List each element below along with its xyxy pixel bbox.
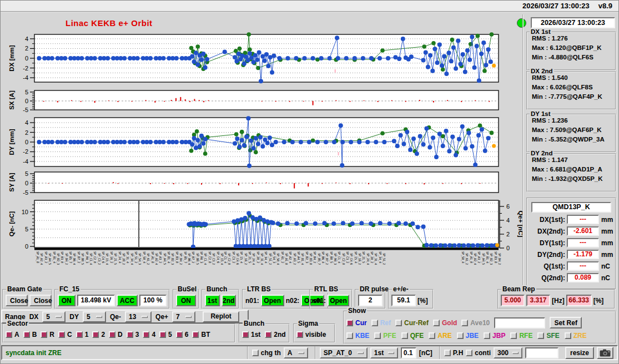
sector-checkbox-3[interactable]: 3 <box>127 331 139 338</box>
svg-text:SP_B6_4: SP_B6_4 <box>187 253 191 265</box>
bunch-2nd-checkbox[interactable]: 2nd <box>265 331 285 338</box>
chg-th-checkbox[interactable]: chg th <box>252 349 281 357</box>
svg-text:SP_B4_2: SP_B4_2 <box>179 253 183 265</box>
show-ref-checkbox[interactable]: Ref <box>371 319 391 327</box>
svg-text:SP_C3_2: SP_C3_2 <box>232 251 235 263</box>
beam-gate-close-button-2[interactable]: Close <box>29 295 52 306</box>
sector-checkbox-5[interactable]: 5 <box>159 331 172 338</box>
show-ave10-checkbox[interactable]: Ave10 <box>461 319 490 327</box>
show-jbe-checkbox[interactable]: JBE <box>457 332 479 340</box>
threshold-input[interactable] <box>401 347 416 358</box>
min-line: Min : -1.932@QXD5P_K <box>527 175 615 183</box>
svg-text:SP_B2_3: SP_B2_3 <box>170 253 174 265</box>
bunch-select-group: Bunch 1st 2nd <box>239 323 290 343</box>
bunch-2nd-button[interactable]: 2nd <box>222 295 236 306</box>
dropdown-indicator-icon <box>142 316 148 318</box>
bunch-1st-button[interactable]: 1st <box>205 295 220 306</box>
fc15-acc-button[interactable]: ACC <box>117 295 137 306</box>
svg-text:SP_B5_7: SP_B5_7 <box>183 251 187 263</box>
sector-checkbox-b[interactable]: B <box>23 331 37 338</box>
mode-dropdown[interactable]: A <box>284 347 308 358</box>
show-sfe-checkbox[interactable]: SFE <box>537 332 559 340</box>
svg-text:SP_61_2: SP_61_2 <box>465 253 469 265</box>
sector-checkbox-c[interactable]: C <box>58 331 72 338</box>
sector-checkbox-r[interactable]: R <box>41 331 54 338</box>
monitor-row: DY(1st): --- mm <box>527 238 615 247</box>
svg-text:-2: -2 <box>23 148 28 155</box>
show-qfe-checkbox[interactable]: QFE <box>401 332 424 340</box>
checkbox-icon <box>143 331 149 338</box>
resize-button[interactable]: resize <box>565 347 594 359</box>
eratio-unit: [%] <box>417 297 428 305</box>
sp-dropdown[interactable]: SP_AT_0 <box>320 347 368 358</box>
fc15-group: FC_15 ON 18.498 kV ACC 100 % <box>54 289 170 309</box>
checkbox-icon <box>510 332 517 339</box>
show-cur-checkbox[interactable]: Cur <box>346 319 367 327</box>
show-rfe-checkbox[interactable]: RFE <box>510 332 532 340</box>
rms-line: RMS : 1.276 <box>527 34 615 42</box>
beam-rep-field-3: 66.333 <box>566 295 592 306</box>
svg-text:SP_C4_6: SP_C4_6 <box>216 251 220 263</box>
show-pfe-checkbox[interactable]: PFE <box>374 332 396 340</box>
svg-text:SP_61_2: SP_61_2 <box>146 253 150 265</box>
checkbox-icon <box>395 320 402 326</box>
sector-checkbox-1[interactable]: 1 <box>76 331 89 338</box>
conti-checkbox[interactable]: conti <box>466 349 491 357</box>
sector-checkbox-d[interactable]: D <box>109 331 123 338</box>
ltr-n01-open-button[interactable]: Open <box>261 295 284 306</box>
beam-gate-close-button-1[interactable]: Close <box>6 295 28 306</box>
svg-text:0: 0 <box>25 98 28 104</box>
sector-checkbox-6[interactable]: 6 <box>176 331 189 338</box>
replot-button[interactable]: Replot <box>203 311 239 322</box>
set-ref-button[interactable]: Set Ref <box>550 317 582 328</box>
max-line: Max : 6.026@QLF8S <box>527 83 615 91</box>
svg-text:SP_B8_5: SP_B8_5 <box>80 253 84 265</box>
show-jbp-checkbox[interactable]: JBP <box>484 332 505 340</box>
svg-text:SP_51_2: SP_51_2 <box>268 253 272 265</box>
value-field: --- <box>567 261 599 271</box>
stats-group-title: DY 1st <box>530 110 552 118</box>
ref-name-input[interactable] <box>494 317 545 328</box>
rtl-s01-open-button[interactable]: Open <box>328 295 349 306</box>
beam-rep-field-1: 5.000 <box>501 295 525 306</box>
svg-text:SP_B2_3: SP_B2_3 <box>489 253 493 265</box>
rtl-bs-group: RTL BS s01: Open <box>309 289 353 309</box>
range-qem-dropdown[interactable]: 13 <box>125 311 152 322</box>
svg-text:SP_B4_2: SP_B4_2 <box>313 251 316 263</box>
min-line: Min : -7.775@QAF4P_K <box>527 93 615 100</box>
sector-checkbox-4[interactable]: 4 <box>143 331 155 338</box>
show-gold-checkbox[interactable]: Gold <box>433 319 457 327</box>
svg-text:2: 2 <box>25 45 28 52</box>
sector-checkbox-bt[interactable]: BT <box>192 331 210 338</box>
show-are-checkbox[interactable]: ARE <box>429 332 451 340</box>
range-qep-dropdown[interactable]: 7 <box>172 311 195 322</box>
svg-text:SP_C4_6: SP_C4_6 <box>235 253 239 265</box>
svg-text:SP_B2_3: SP_B2_3 <box>305 251 309 263</box>
svg-text:SP_B7_2: SP_B7_2 <box>77 251 80 263</box>
show-zre-checkbox[interactable]: ZRE <box>565 332 587 340</box>
svg-text:SP_61_2: SP_61_2 <box>280 251 284 263</box>
sigma-visible-checkbox[interactable]: visible <box>296 331 326 338</box>
show-kbe-checkbox[interactable]: KBE <box>346 332 369 340</box>
blank-input[interactable] <box>525 347 558 358</box>
range-dx-dropdown[interactable]: 5 <box>42 311 66 322</box>
busel-on-button[interactable]: ON <box>176 295 196 306</box>
svg-text:SP_B6_4: SP_B6_4 <box>72 253 76 265</box>
show-cur-ref-checkbox[interactable]: Cur-Ref <box>395 319 429 327</box>
svg-text:SP_C2_8: SP_C2_8 <box>93 251 97 263</box>
fc15-on-button[interactable]: ON <box>58 295 76 306</box>
min-line: Min : -4.880@QLF6S <box>527 53 615 61</box>
stats-dy-1st: DY 1st RMS : 1.236 Max : 7.509@QAF6P_K M… <box>526 114 616 153</box>
dr-pulse-field[interactable]: 2 <box>358 295 383 306</box>
range-dy-dropdown[interactable]: 5 <box>83 311 106 322</box>
sector-checkbox-2[interactable]: 2 <box>92 331 105 338</box>
count-dropdown[interactable]: 300 <box>494 347 522 358</box>
sector-checkbox-a[interactable]: A <box>6 331 19 338</box>
bunch-dropdown[interactable]: 1st <box>370 347 398 358</box>
bunch-1st-checkbox[interactable]: 1st <box>242 331 260 338</box>
screenshot-button[interactable] <box>597 347 613 359</box>
svg-text:SP_B1_4: SP_B1_4 <box>52 251 56 264</box>
threshold-unit: [nC] <box>419 349 432 357</box>
ph-checkbox[interactable]: P.H <box>444 349 463 357</box>
checkbox-icon <box>176 331 183 338</box>
